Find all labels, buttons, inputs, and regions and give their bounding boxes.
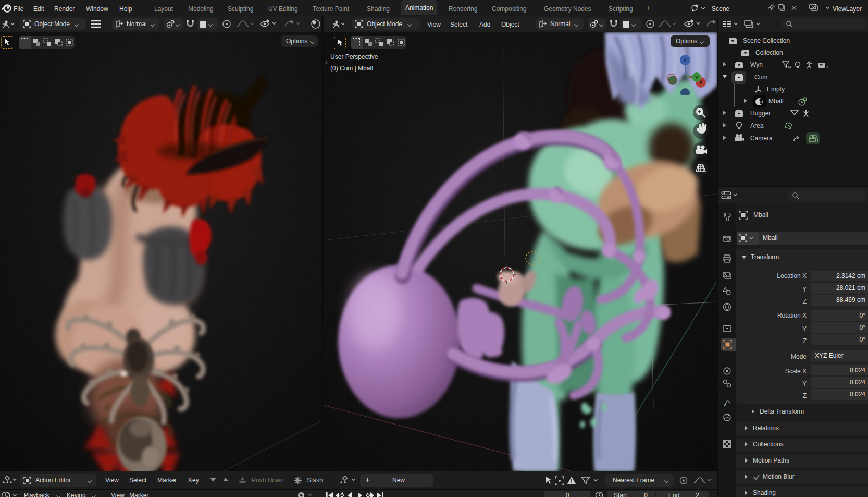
- svg-text:Z: Z: [684, 57, 687, 63]
- svg-text:34: 34: [787, 65, 791, 69]
- svg-text:Y: Y: [695, 75, 698, 80]
- svg-text:3: 3: [826, 65, 828, 69]
